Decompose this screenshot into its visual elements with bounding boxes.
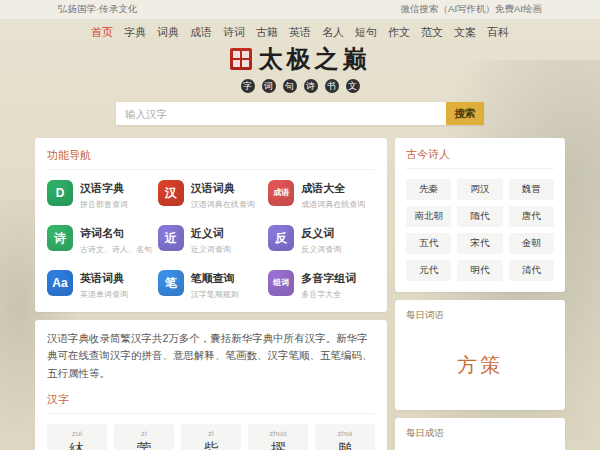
era-weijin[interactable]: 魏晋 <box>509 179 554 200</box>
hanzi-pinyin: zuì <box>47 429 107 438</box>
era-lianghan[interactable]: 两汉 <box>457 179 502 200</box>
feature-title: 汉语词典 <box>191 181 255 196</box>
feature-subtitle: 拼音部首查词 <box>80 199 128 210</box>
antonym-icon: 反 <box>268 225 294 251</box>
hanzi-cell[interactable]: zhuó 擢 <box>248 424 308 450</box>
era-songdai[interactable]: 宋代 <box>457 233 502 254</box>
feature-subtitle: 古诗文、诗人、名句 <box>80 244 152 255</box>
feature-title: 多音字组词 <box>301 271 356 286</box>
daily-idiom-card: 每日成语 胸无大志 <box>395 418 565 450</box>
nav-item-fanwen[interactable]: 范文 <box>421 25 443 40</box>
hanzi-cell[interactable]: zuì 絊 <box>47 424 107 450</box>
era-mingdai[interactable]: 明代 <box>457 260 502 281</box>
feature-shici-mingju[interactable]: 诗 诗词名句 古诗文、诗人、名句 <box>47 225 154 255</box>
feature-hanyu-cidian[interactable]: 汉 汉语词典 汉语词典在线查询 <box>158 180 265 210</box>
search-button[interactable]: 搜索 <box>446 102 484 125</box>
nav-item-shici[interactable]: 诗词 <box>223 25 245 40</box>
hanzi-cell[interactable]: zì 荢 <box>114 424 174 450</box>
polyphone-icon: 组词 <box>268 270 294 296</box>
nav-item-cidian[interactable]: 词典 <box>157 25 179 40</box>
era-yuandai[interactable]: 元代 <box>406 260 451 281</box>
feature-subtitle: 汉字笔顺规则 <box>191 289 239 300</box>
nav-item-zuowen[interactable]: 作文 <box>388 25 410 40</box>
era-jinchao[interactable]: 金朝 <box>509 233 554 254</box>
top-utility-bar: 弘扬国学·传承文化 微信搜索（AI写作机）免费AI绘画 <box>0 0 600 20</box>
idiom-icon: 成语 <box>268 180 294 206</box>
english-dictionary-icon: Aa <box>47 270 73 296</box>
hanzi-cell[interactable]: zhuì 膇 <box>315 424 375 450</box>
nav-item-chengyu[interactable]: 成语 <box>190 25 212 40</box>
era-grid: 先秦 两汉 魏晋 南北朝 隋代 唐代 五代 宋代 金朝 元代 明代 清代 <box>406 179 554 281</box>
nav-item-baike[interactable]: 百科 <box>487 25 509 40</box>
era-wudai[interactable]: 五代 <box>406 233 451 254</box>
hanzi-pinyin: zì <box>114 429 174 438</box>
daily-word-value[interactable]: 方策 <box>406 352 554 379</box>
nav-item-mingren[interactable]: 名人 <box>322 25 344 40</box>
feature-nav-title: 功能导航 <box>47 148 375 170</box>
badge-zi: 字 <box>241 79 255 93</box>
nav-item-guji[interactable]: 古籍 <box>256 25 278 40</box>
hanzi-grid: zuì 絊 zì 荢 zǐ 姕 zhuó 擢 zhuì 膇 <box>47 424 375 450</box>
feature-title: 诗词名句 <box>80 226 152 241</box>
feature-title: 近义词 <box>191 226 231 241</box>
hanzi-char: 荢 <box>114 440 174 450</box>
feature-jinyici[interactable]: 近 近义词 近义词查询 <box>158 225 265 255</box>
word-dictionary-icon: 汉 <box>158 180 184 206</box>
feature-chengyu-daquan[interactable]: 成语 成语大全 成语词典在线查询 <box>268 180 375 210</box>
hanzi-section-title: 汉字 <box>47 392 375 414</box>
badge-ci: 词 <box>262 79 276 93</box>
feature-yingyu-cidian[interactable]: Aa 英语词典 英语单词查询 <box>47 270 154 300</box>
nav-item-zidian[interactable]: 字典 <box>124 25 146 40</box>
badge-wen: 文 <box>346 79 360 93</box>
stroke-order-icon: 笔 <box>158 270 184 296</box>
feature-title: 成语大全 <box>301 181 365 196</box>
badge-ju: 句 <box>283 79 297 93</box>
feature-title: 笔顺查询 <box>191 271 239 286</box>
feature-subtitle: 英语单词查询 <box>80 289 128 300</box>
sidebar: 古今诗人 先秦 两汉 魏晋 南北朝 隋代 唐代 五代 宋代 金朝 元代 明代 清… <box>395 138 565 450</box>
feature-grid: D 汉语字典 拼音部首查词 汉 汉语词典 汉语词典在线查询 成语 成语大全 成语… <box>47 180 375 300</box>
badge-shu: 书 <box>325 79 339 93</box>
dictionary-intro-text: 汉语字典收录简繁汉字共2万多个，囊括新华字典中所有汉字。新华字典可在线查询汉字的… <box>47 330 375 382</box>
era-tangdai[interactable]: 唐代 <box>509 206 554 227</box>
nav-item-yingyu[interactable]: 英语 <box>289 25 311 40</box>
logo[interactable]: 太极之巅 <box>35 43 565 75</box>
nav-item-home[interactable]: 首页 <box>91 25 113 40</box>
hanzi-pinyin: zhuì <box>315 429 375 438</box>
hanzi-pinyin: zhuó <box>248 429 308 438</box>
nav-item-duanju[interactable]: 短句 <box>355 25 377 40</box>
main-nav: 首页 字典 词典 成语 诗词 古籍 英语 名人 短句 作文 范文 文案 百科 <box>35 25 565 40</box>
poets-title: 古今诗人 <box>406 147 554 169</box>
era-suidai[interactable]: 隋代 <box>457 206 502 227</box>
daily-word-card: 每日词语 方策 <box>395 300 565 410</box>
poetry-icon: 诗 <box>47 225 73 251</box>
feature-title: 英语词典 <box>80 271 128 286</box>
hanzi-pinyin: zǐ <box>181 429 241 438</box>
feature-duoyinzi-zuci[interactable]: 组词 多音字组词 多音字大全 <box>268 270 375 300</box>
feature-fanyici[interactable]: 反 反义词 反义词查询 <box>268 225 375 255</box>
site-slogan: 弘扬国学·传承文化 <box>58 3 137 16</box>
site-title: 太极之巅 <box>259 43 371 75</box>
hanzi-char: 膇 <box>315 440 375 450</box>
hanzi-char: 姕 <box>181 440 241 450</box>
seal-icon <box>230 48 252 70</box>
era-qingdai[interactable]: 清代 <box>509 260 554 281</box>
feature-subtitle: 汉语词典在线查询 <box>191 199 255 210</box>
era-xianqin[interactable]: 先秦 <box>406 179 451 200</box>
hanzi-char: 擢 <box>248 440 308 450</box>
feature-subtitle: 多音字大全 <box>301 289 356 300</box>
badge-shi: 诗 <box>304 79 318 93</box>
feature-hanyu-zidian[interactable]: D 汉语字典 拼音部首查词 <box>47 180 154 210</box>
feature-title: 汉语字典 <box>80 181 128 196</box>
feature-bishun-chaxun[interactable]: 笔 笔顺查询 汉字笔顺规则 <box>158 270 265 300</box>
hanzi-cell[interactable]: zǐ 姕 <box>181 424 241 450</box>
search-input[interactable] <box>116 102 446 125</box>
main-column: 功能导航 D 汉语字典 拼音部首查词 汉 汉语词典 汉语词典在线查询 成语 <box>35 138 387 450</box>
nav-item-wenan[interactable]: 文案 <box>454 25 476 40</box>
feature-subtitle: 成语词典在线查询 <box>301 199 365 210</box>
daily-word-title: 每日词语 <box>406 309 554 322</box>
feature-nav-card: 功能导航 D 汉语字典 拼音部首查词 汉 汉语词典 汉语词典在线查询 成语 <box>35 138 387 312</box>
hanzi-card: 汉语字典收录简繁汉字共2万多个，囊括新华字典中所有汉字。新华字典可在线查询汉字的… <box>35 320 387 450</box>
dictionary-icon: D <box>47 180 73 206</box>
era-nanbeichao[interactable]: 南北朝 <box>406 206 451 227</box>
